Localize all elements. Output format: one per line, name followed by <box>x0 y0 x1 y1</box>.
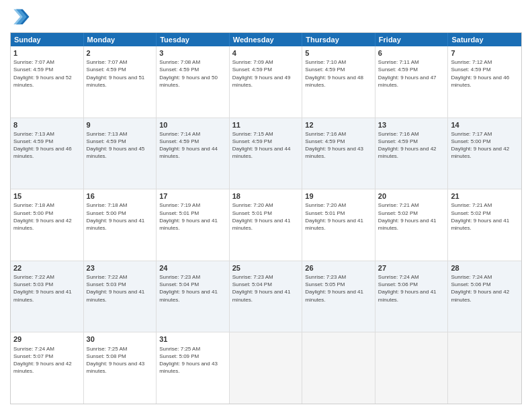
day-number: 4 <box>232 48 300 58</box>
calendar-cell: 14Sunrise: 7:17 AMSunset: 5:00 PMDayligh… <box>448 118 521 189</box>
day-number: 20 <box>378 191 445 201</box>
day-info: Sunrise: 7:24 AMSunset: 5:06 PMDaylight:… <box>378 273 445 304</box>
calendar-cell: 7Sunrise: 7:12 AMSunset: 4:59 PMDaylight… <box>448 46 521 118</box>
calendar-cell: 31Sunrise: 7:25 AMSunset: 5:09 PMDayligh… <box>157 332 230 404</box>
day-number: 13 <box>378 120 445 130</box>
calendar-cell: 5Sunrise: 7:10 AMSunset: 4:59 PMDaylight… <box>302 46 375 118</box>
day-info: Sunrise: 7:24 AMSunset: 5:06 PMDaylight:… <box>451 273 519 304</box>
calendar-cell: 18Sunrise: 7:20 AMSunset: 5:01 PMDayligh… <box>230 189 303 261</box>
day-number: 1 <box>13 48 81 58</box>
day-info: Sunrise: 7:23 AMSunset: 5:04 PMDaylight:… <box>232 273 300 304</box>
day-number: 7 <box>451 48 519 58</box>
weekday-header-monday: Monday <box>84 33 157 46</box>
day-info: Sunrise: 7:19 AMSunset: 5:01 PMDaylight:… <box>159 201 226 232</box>
calendar-cell: 27Sunrise: 7:24 AMSunset: 5:06 PMDayligh… <box>375 261 449 332</box>
calendar-cell: 23Sunrise: 7:22 AMSunset: 5:03 PMDayligh… <box>84 261 157 332</box>
day-number: 10 <box>159 120 226 130</box>
day-number: 31 <box>159 334 226 344</box>
weekday-header-wednesday: Wednesday <box>230 33 303 46</box>
calendar-cell <box>302 332 375 404</box>
day-info: Sunrise: 7:25 AMSunset: 5:08 PMDaylight:… <box>87 345 154 375</box>
weekday-header-sunday: Sunday <box>11 33 84 46</box>
calendar-cell: 19Sunrise: 7:20 AMSunset: 5:01 PMDayligh… <box>302 189 375 261</box>
day-info: Sunrise: 7:13 AMSunset: 4:59 PMDaylight:… <box>87 130 154 161</box>
day-number: 12 <box>305 120 372 130</box>
logo-icon <box>10 7 30 27</box>
day-number: 22 <box>13 263 81 273</box>
calendar-week-1: 1Sunrise: 7:07 AMSunset: 4:59 PMDaylight… <box>11 46 521 118</box>
day-info: Sunrise: 7:07 AMSunset: 4:59 PMDaylight:… <box>87 58 154 89</box>
day-info: Sunrise: 7:20 AMSunset: 5:01 PMDaylight:… <box>232 201 300 232</box>
calendar-cell: 3Sunrise: 7:08 AMSunset: 4:59 PMDaylight… <box>157 46 230 118</box>
day-number: 14 <box>451 120 519 130</box>
calendar-cell: 29Sunrise: 7:24 AMSunset: 5:07 PMDayligh… <box>11 332 84 404</box>
day-number: 25 <box>232 263 300 273</box>
day-number: 16 <box>87 191 154 201</box>
day-info: Sunrise: 7:08 AMSunset: 4:59 PMDaylight:… <box>159 58 226 89</box>
calendar-cell: 26Sunrise: 7:23 AMSunset: 5:05 PMDayligh… <box>302 261 375 332</box>
day-info: Sunrise: 7:16 AMSunset: 4:59 PMDaylight:… <box>378 130 445 161</box>
calendar-cell: 24Sunrise: 7:23 AMSunset: 5:04 PMDayligh… <box>157 261 230 332</box>
calendar-cell: 2Sunrise: 7:07 AMSunset: 4:59 PMDaylight… <box>84 46 157 118</box>
calendar-cell: 20Sunrise: 7:21 AMSunset: 5:02 PMDayligh… <box>375 189 449 261</box>
calendar-cell: 4Sunrise: 7:09 AMSunset: 4:59 PMDaylight… <box>230 46 303 118</box>
day-info: Sunrise: 7:21 AMSunset: 5:02 PMDaylight:… <box>378 201 445 232</box>
day-info: Sunrise: 7:11 AMSunset: 4:59 PMDaylight:… <box>378 58 445 89</box>
day-number: 18 <box>232 191 300 201</box>
calendar-cell: 21Sunrise: 7:21 AMSunset: 5:02 PMDayligh… <box>448 189 521 261</box>
weekday-header-tuesday: Tuesday <box>157 33 230 46</box>
day-number: 3 <box>159 48 226 58</box>
weekday-header-thursday: Thursday <box>302 33 375 46</box>
day-number: 19 <box>305 191 372 201</box>
day-info: Sunrise: 7:22 AMSunset: 5:03 PMDaylight:… <box>87 273 154 304</box>
calendar: SundayMondayTuesdayWednesdayThursdayFrid… <box>10 32 522 404</box>
calendar-cell: 11Sunrise: 7:15 AMSunset: 4:59 PMDayligh… <box>230 118 303 189</box>
day-info: Sunrise: 7:17 AMSunset: 5:00 PMDaylight:… <box>451 130 519 161</box>
calendar-cell: 17Sunrise: 7:19 AMSunset: 5:01 PMDayligh… <box>157 189 230 261</box>
day-info: Sunrise: 7:18 AMSunset: 5:00 PMDaylight:… <box>13 201 81 232</box>
calendar-cell: 8Sunrise: 7:13 AMSunset: 4:59 PMDaylight… <box>11 118 84 189</box>
day-number: 2 <box>87 48 154 58</box>
day-number: 15 <box>13 191 81 201</box>
calendar-cell: 30Sunrise: 7:25 AMSunset: 5:08 PMDayligh… <box>84 332 157 404</box>
calendar-cell: 28Sunrise: 7:24 AMSunset: 5:06 PMDayligh… <box>448 261 521 332</box>
day-number: 11 <box>232 120 300 130</box>
day-info: Sunrise: 7:23 AMSunset: 5:05 PMDaylight:… <box>305 273 372 304</box>
day-number: 28 <box>451 263 519 273</box>
day-info: Sunrise: 7:16 AMSunset: 4:59 PMDaylight:… <box>305 130 372 161</box>
day-info: Sunrise: 7:15 AMSunset: 4:59 PMDaylight:… <box>232 130 300 161</box>
day-info: Sunrise: 7:09 AMSunset: 4:59 PMDaylight:… <box>232 58 300 89</box>
day-number: 9 <box>87 120 154 130</box>
day-info: Sunrise: 7:22 AMSunset: 5:03 PMDaylight:… <box>13 273 81 304</box>
day-number: 29 <box>13 334 81 344</box>
day-number: 26 <box>305 263 372 273</box>
day-info: Sunrise: 7:25 AMSunset: 5:09 PMDaylight:… <box>159 345 226 375</box>
day-number: 27 <box>378 263 445 273</box>
day-info: Sunrise: 7:21 AMSunset: 5:02 PMDaylight:… <box>451 201 519 232</box>
calendar-week-5: 29Sunrise: 7:24 AMSunset: 5:07 PMDayligh… <box>11 332 521 404</box>
weekday-header-saturday: Saturday <box>448 33 521 46</box>
day-info: Sunrise: 7:07 AMSunset: 4:59 PMDaylight:… <box>13 58 81 89</box>
day-number: 24 <box>159 263 226 273</box>
calendar-cell: 1Sunrise: 7:07 AMSunset: 4:59 PMDaylight… <box>11 46 84 118</box>
calendar-cell: 12Sunrise: 7:16 AMSunset: 4:59 PMDayligh… <box>302 118 375 189</box>
day-info: Sunrise: 7:10 AMSunset: 4:59 PMDaylight:… <box>305 58 372 89</box>
day-number: 21 <box>451 191 519 201</box>
day-number: 17 <box>159 191 226 201</box>
day-number: 30 <box>87 334 154 344</box>
day-number: 23 <box>87 263 154 273</box>
day-number: 6 <box>378 48 445 58</box>
page: SundayMondayTuesdayWednesdayThursdayFrid… <box>0 0 532 411</box>
weekday-header-friday: Friday <box>375 33 449 46</box>
day-info: Sunrise: 7:20 AMSunset: 5:01 PMDaylight:… <box>305 201 372 232</box>
calendar-header: SundayMondayTuesdayWednesdayThursdayFrid… <box>11 33 521 46</box>
day-info: Sunrise: 7:12 AMSunset: 4:59 PMDaylight:… <box>451 58 519 89</box>
calendar-cell: 25Sunrise: 7:23 AMSunset: 5:04 PMDayligh… <box>230 261 303 332</box>
calendar-week-4: 22Sunrise: 7:22 AMSunset: 5:03 PMDayligh… <box>11 261 521 333</box>
day-number: 5 <box>305 48 372 58</box>
day-info: Sunrise: 7:13 AMSunset: 4:59 PMDaylight:… <box>13 130 81 161</box>
header <box>10 7 522 27</box>
day-info: Sunrise: 7:18 AMSunset: 5:00 PMDaylight:… <box>87 201 154 232</box>
calendar-cell: 22Sunrise: 7:22 AMSunset: 5:03 PMDayligh… <box>11 261 84 332</box>
calendar-cell: 16Sunrise: 7:18 AMSunset: 5:00 PMDayligh… <box>84 189 157 261</box>
